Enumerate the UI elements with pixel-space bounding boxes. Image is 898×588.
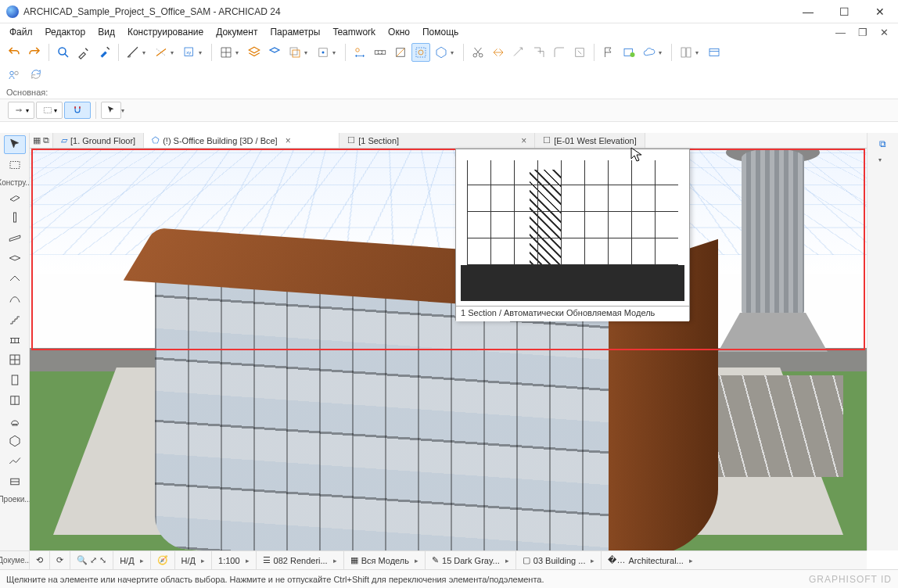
ruler-icon[interactable] [124,43,142,62]
qo-model[interactable]: ▦ Вся Модель▸ [344,551,426,569]
view-tabs: ▦ ⧉ ▱ [1. Ground Floor] ⬠ (!) S-Office B… [30,133,867,149]
menu-help[interactable]: Помощь [418,25,463,39]
mesh-tool[interactable] [4,452,26,471]
qo-zoom-group[interactable]: 🔍 ⤢ ⤡ [70,551,113,569]
suspend-icon[interactable] [432,43,451,62]
attributes-icon[interactable] [677,43,695,62]
flag-icon[interactable] [599,43,618,62]
minimize-button[interactable]: — [790,0,826,23]
svg-rect-32 [13,213,16,222]
tab-elevation[interactable]: ☐ [E-01 West Elevation] [535,133,645,148]
cloud-icon[interactable] [640,43,659,62]
tab-ground-floor[interactable]: ▱ [1. Ground Floor] [53,133,144,148]
slab-tool[interactable] [4,249,26,267]
maximize-button[interactable]: ☐ [826,0,862,23]
layers-icon[interactable] [245,43,264,62]
menu-edit[interactable]: Редактор [41,25,91,39]
menu-view[interactable]: Вид [93,25,120,39]
tab-3d-view[interactable]: ⬠ (!) S-Office Building [3D / Все] × [144,133,339,148]
selmode-magnet[interactable] [64,102,91,119]
dimension-icon[interactable] [350,43,369,62]
tab-close-icon[interactable]: × [286,135,291,146]
cut-icon[interactable] [469,43,487,62]
intersect-icon[interactable] [530,43,548,62]
quick-options-bar: ⟲ ⟳ 🔍 ⤢ ⤡ Н/Д▸ 🧭 Н/Д▸ 1:100▸ ☰ 082 Rende… [30,550,867,569]
bounding-icon[interactable] [411,43,430,62]
mdi-restore-icon[interactable]: ❐ [853,25,872,40]
marquee-tool[interactable] [4,156,26,174]
3d-viewport[interactable] [30,149,867,550]
qo-viewmap[interactable]: ▢ 03 Building ...▸ [516,551,602,569]
railing-tool[interactable] [4,330,26,349]
main-toolbar: ▾ ▾ xy▾ ▾ ▾ ▾ 1.2 ▾ ▾ ▾ [0,41,898,64]
teamwork-status-icon[interactable] [5,65,23,84]
morph-tool[interactable] [4,432,26,450]
status-bar: Щелкните на элементе или начертите облас… [0,569,898,588]
qo-dim[interactable]: �… Architectural...▸ [602,551,699,569]
wall-tool[interactable] [4,188,26,206]
guides-icon[interactable] [152,43,171,62]
grid-snap-icon[interactable] [217,43,235,62]
window-title: ARCHICAD_Sample_Project_S_Office_SAM - A… [23,6,790,17]
door-tool[interactable] [4,371,26,389]
qo-history-back[interactable]: ⟲ [30,551,50,569]
inject-icon[interactable] [95,43,113,62]
tab-grid-icon[interactable]: ▦ [33,135,41,145]
window-tool[interactable] [4,391,26,410]
pick-icon[interactable] [54,43,73,62]
right-panel-strip: ⧉ ▾ [867,133,898,550]
menu-file[interactable]: Файл [5,25,38,39]
column-tool[interactable] [4,208,26,227]
graphisoft-id[interactable]: GRAPHISOFT ID [809,574,892,585]
menu-window[interactable]: Окно [383,25,415,39]
mdi-close-icon[interactable]: ✕ [875,25,893,40]
menu-options[interactable]: Параметры [265,25,325,39]
menu-document[interactable]: Документ [211,25,262,39]
trace-icon[interactable] [286,43,304,62]
navigator-toggle-icon[interactable]: ⧉ [873,136,893,152]
svg-rect-23 [687,48,691,57]
measure2-icon[interactable]: 1.2 [371,43,390,62]
curtain-wall-tool[interactable] [4,350,26,369]
plane-icon[interactable] [265,43,284,62]
svg-rect-7 [293,50,300,57]
tab-tree-icon[interactable]: ⧉ [43,135,49,145]
roof-tool[interactable] [4,269,26,288]
tab-close-icon[interactable]: × [521,135,526,146]
fillet-icon[interactable] [550,43,569,62]
qo-layers[interactable]: ☰ 082 Renderi...▸ [257,551,344,569]
stair-tool[interactable] [4,310,26,328]
close-button[interactable]: ✕ [862,0,898,23]
object-tool[interactable] [4,411,26,430]
selmode-arrow[interactable]: ▾ [8,102,34,119]
work-env-icon[interactable] [705,43,724,62]
snap-xy-icon[interactable]: xy [180,43,199,62]
menu-teamwork[interactable]: Teamwork [328,25,380,39]
mdi-minimize-icon[interactable]: — [831,25,850,40]
tab-section[interactable]: ☐ [1 Section] × [339,133,535,148]
qo-na1[interactable]: Н/Д▸ [113,551,150,569]
cursor-arrow-button[interactable] [101,102,121,119]
qo-orbit[interactable]: 🧭 [151,551,175,569]
undo-icon[interactable] [5,43,23,62]
menu-design[interactable]: Конструирование [123,25,208,39]
eyedropper-icon[interactable] [74,43,93,62]
split-icon[interactable] [489,43,508,62]
element-snap-icon[interactable] [391,43,410,62]
zone-tool[interactable] [4,472,26,491]
qo-history-fwd[interactable]: ⟳ [50,551,70,569]
shell-tool[interactable] [4,289,26,308]
svg-point-27 [15,71,19,75]
beam-tool[interactable] [4,228,26,247]
gravity-icon[interactable] [314,43,332,62]
selmode-marquee[interactable]: ▾ [36,102,63,119]
arrow-tool[interactable] [4,135,26,154]
qo-penset[interactable]: ✎ 15 Dark Gray...▸ [426,551,516,569]
resize-icon[interactable] [570,43,589,62]
teamwork-sync-icon[interactable] [27,65,45,84]
reserve-icon[interactable] [620,43,638,62]
redo-icon[interactable] [25,43,44,62]
qo-na2[interactable]: Н/Д▸ [175,551,212,569]
qo-scale[interactable]: 1:100▸ [212,551,257,569]
adjust-icon[interactable] [509,43,528,62]
